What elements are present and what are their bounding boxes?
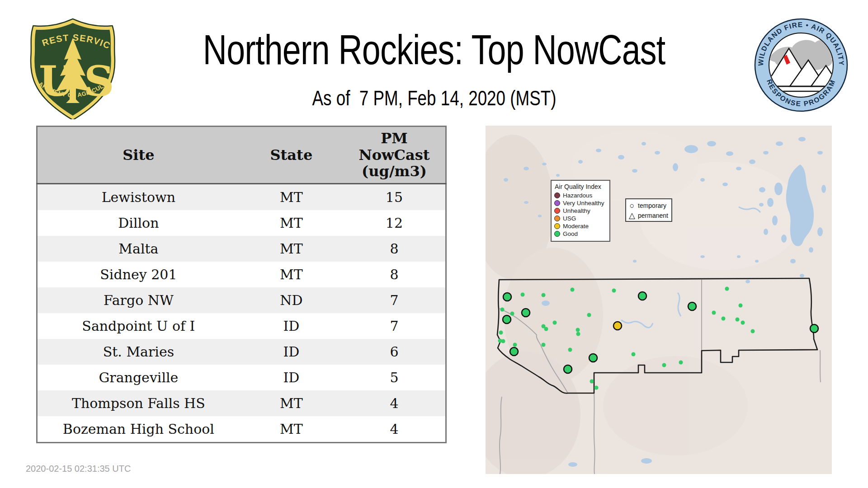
aqi-legend-item: Unhealthy — [554, 207, 607, 214]
permanent-triangle-icon: △ — [628, 211, 636, 220]
permanent-monitor-dot — [590, 380, 594, 384]
temporary-monitor-good — [638, 292, 646, 300]
table-row: St. MariesID6 — [37, 339, 446, 365]
site-cell: Lewistown — [37, 184, 240, 211]
value-cell: 4 — [343, 390, 446, 416]
site-cell: Fargo NW — [37, 287, 240, 313]
page-title: Northern Rockies: Top NowCast — [0, 26, 868, 74]
aqi-swatch-icon — [554, 200, 560, 206]
marker-type-legend: ○ temporary △ permanent — [625, 198, 672, 222]
wfaqrp-logo: WILDLAND FIRE • AIR QUALITY RESPONSE PRO… — [753, 17, 849, 113]
aqi-legend-item: USG — [554, 215, 607, 222]
table-row: MaltaMT8 — [37, 236, 446, 262]
aqi-legend-item: Hazardous — [554, 192, 607, 199]
page-subtitle: As of 7 PM, Feb 14, 2020 (MST) — [0, 86, 868, 110]
report-page: FOREST SERVICE U S DEPARTMENT OF AGRICUL… — [0, 0, 868, 488]
aqi-legend-label: USG — [563, 215, 576, 222]
table-row: DillonMT12 — [37, 210, 446, 236]
temporary-monitor-good — [564, 365, 572, 373]
aqi-legend-label: Good — [563, 230, 578, 237]
column-header-state: State — [240, 127, 343, 184]
table-row: Sandpoint U of IID7 — [37, 313, 446, 339]
table-header-row: Site State PM NowCast (ug/m3) — [37, 127, 446, 184]
permanent-monitor-dot — [712, 311, 716, 315]
aqi-swatch-icon — [554, 231, 560, 237]
permanent-monitor-dot — [722, 317, 726, 321]
permanent-monitor-dot — [544, 327, 548, 331]
permanent-monitor-dot — [576, 332, 580, 336]
page-title-text: Northern Rockies: Top NowCast — [203, 26, 665, 74]
aqi-legend-items: HazardousVery UnhealthyUnhealthyUSGModer… — [554, 192, 607, 237]
state-cell: MT — [240, 184, 343, 211]
aqi-swatch-icon — [554, 208, 560, 214]
site-cell: Dillon — [37, 210, 240, 236]
aqi-swatch-icon — [554, 216, 560, 221]
site-cell: Bozeman High School — [37, 416, 240, 443]
permanent-monitor-dot — [501, 339, 505, 343]
permanent-monitor-dot — [576, 328, 580, 332]
permanent-monitor-dot — [513, 343, 517, 347]
permanent-monitor-dot — [751, 329, 755, 333]
site-cell: Sandpoint U of I — [37, 313, 240, 339]
table-row: Fargo NWND7 — [37, 287, 446, 313]
temporary-monitor-good — [503, 293, 511, 301]
aqi-legend-label: Unhealthy — [563, 207, 590, 214]
aqi-swatch-icon — [554, 223, 560, 229]
state-cell: ND — [240, 287, 343, 313]
site-cell: Thompson Falls HS — [37, 390, 240, 416]
permanent-monitor-dot — [568, 348, 572, 352]
permanent-monitor-dot — [542, 293, 546, 297]
aqi-legend-item: Moderate — [554, 223, 607, 230]
aqi-swatch-icon — [554, 192, 560, 198]
aqi-legend-label: Moderate — [563, 223, 589, 230]
aqi-legend-item: Very Unhealthy — [554, 200, 607, 206]
value-cell: 15 — [343, 184, 446, 211]
table-row: Thompson Falls HSMT4 — [37, 390, 446, 416]
permanent-monitor-dot — [510, 312, 514, 316]
table-row: Bozeman High SchoolMT4 — [37, 416, 446, 443]
permanent-monitor-dot — [725, 287, 729, 291]
table-row: Sidney 201MT8 — [37, 262, 446, 287]
aqi-legend: Air Quality Index HazardousVery Unhealth… — [551, 180, 610, 242]
state-cell: MT — [240, 390, 343, 416]
permanent-monitor-dot — [542, 343, 546, 347]
state-cell: MT — [240, 210, 343, 236]
aqi-legend-label: Hazardous — [563, 192, 592, 199]
permanent-monitor-dot — [553, 321, 557, 325]
temporary-monitor-moderate — [613, 322, 622, 330]
state-cell: ID — [240, 339, 343, 365]
temporary-monitor-good — [503, 315, 511, 324]
value-cell: 8 — [343, 236, 446, 262]
table-row: GrangevilleID5 — [37, 365, 446, 390]
permanent-monitor-dot — [679, 361, 683, 365]
nowcast-table-container: Site State PM NowCast (ug/m3) LewistownM… — [36, 126, 447, 443]
temporary-monitor-good — [589, 354, 597, 362]
temporary-monitor-good — [522, 309, 530, 317]
value-cell: 8 — [343, 262, 446, 287]
permanent-monitor-dot — [736, 318, 740, 322]
temporary-circle-icon: ○ — [628, 202, 636, 210]
value-cell: 7 — [343, 313, 446, 339]
permanent-monitor-dot — [499, 331, 503, 335]
permanent-monitor-dot — [571, 288, 575, 292]
temporary-monitor-good — [688, 302, 696, 310]
value-cell: 7 — [343, 287, 446, 313]
site-cell: Sidney 201 — [37, 262, 240, 287]
table-row: LewistownMT15 — [37, 184, 446, 211]
state-cell: ID — [240, 365, 343, 390]
permanent-monitor-dot — [741, 321, 745, 325]
state-cell: ID — [240, 313, 343, 339]
permanent-monitor-dot — [587, 313, 591, 317]
site-cell: Malta — [37, 236, 240, 262]
value-cell: 4 — [343, 416, 446, 443]
marker-key-temporary: ○ temporary — [628, 201, 669, 211]
state-cell: MT — [240, 262, 343, 287]
temporary-monitor-good — [810, 324, 818, 333]
permanent-monitor-dot — [662, 363, 666, 367]
nowcast-table: Site State PM NowCast (ug/m3) LewistownM… — [36, 126, 447, 443]
generated-timestamp: 2020-02-15 02:31:35 UTC — [26, 464, 131, 474]
column-header-pm-nowcast: PM NowCast (ug/m3) — [343, 127, 446, 184]
state-cell: MT — [240, 236, 343, 262]
value-cell: 5 — [343, 365, 446, 390]
permanent-monitor-dot — [739, 304, 743, 308]
